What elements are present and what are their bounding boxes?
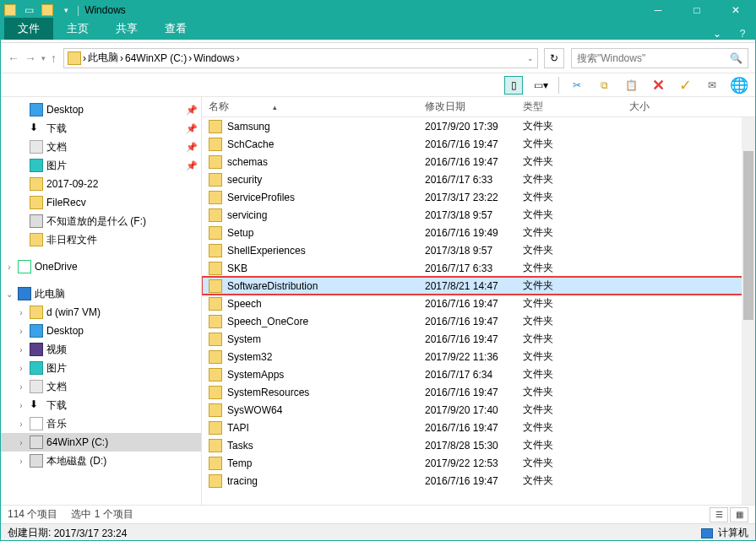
tree-cdrive[interactable]: ›64WinXP (C:) [1, 433, 201, 452]
tree-documents[interactable]: 文档📌 [1, 138, 201, 156]
table-row[interactable]: ServiceProfiles2017/3/17 23:22文件夹 [202, 188, 755, 206]
table-row[interactable]: Samsung2017/9/20 17:39文件夹 [202, 117, 755, 135]
layout-button-1[interactable]: ▯ [504, 76, 523, 95]
cut-button[interactable]: ✂ [568, 76, 586, 95]
table-row[interactable]: tracing2016/7/16 19:47文件夹 [202, 472, 755, 490]
close-button[interactable]: ✕ [716, 1, 755, 19]
table-row[interactable]: ShellExperiences2017/3/18 9:57文件夹 [202, 241, 755, 259]
table-row[interactable]: SchCache2016/7/16 19:47文件夹 [202, 135, 755, 153]
table-row[interactable]: System2016/7/16 19:47文件夹 [202, 330, 755, 348]
file-date: 2016/7/16 19:47 [425, 333, 523, 345]
col-name[interactable]: 名称▴ [209, 100, 425, 114]
scrollbar-thumb[interactable] [743, 151, 753, 320]
table-row[interactable]: Tasks2017/8/28 15:30文件夹 [202, 436, 755, 454]
tree-documents2[interactable]: ›文档 [1, 377, 201, 396]
list-header[interactable]: 名称▴ 修改日期 类型 大小 [202, 97, 755, 117]
table-row[interactable]: System322017/9/22 11:36文件夹 [202, 348, 755, 365]
nav-tree[interactable]: Desktop📌 ⬇下载📌 文档📌 图片📌 2017-09-22 FileRec… [1, 97, 202, 505]
tab-view[interactable]: 查看 [151, 18, 200, 40]
breadcrumb[interactable]: › 此电脑 › 64WinXP (C:) › Windows › ⌄ [63, 48, 538, 68]
table-row[interactable]: SysWOW642017/9/20 17:40文件夹 [202, 401, 755, 419]
ribbon-expand-icon[interactable]: ⌄ [704, 28, 730, 40]
file-date: 2017/3/17 23:22 [425, 192, 523, 203]
tree-desktop[interactable]: Desktop📌 [1, 100, 201, 119]
maximize-button[interactable]: □ [677, 1, 716, 19]
tree-onedrive[interactable]: ›OneDrive [1, 257, 201, 276]
computer-label[interactable]: 计算机 [718, 526, 748, 540]
file-date: 2017/8/21 14:47 [425, 280, 523, 292]
delete-button[interactable]: ✕ [649, 76, 667, 95]
scrollbar[interactable] [742, 117, 755, 505]
tree-video[interactable]: ›视频 [1, 340, 201, 359]
tree-downloads2[interactable]: ›⬇下载 [1, 396, 201, 414]
breadcrumb-pc[interactable]: 此电脑 [88, 51, 118, 65]
tree-pictures2[interactable]: ›图片 [1, 359, 201, 377]
file-type: 文件夹 [523, 137, 629, 151]
refresh-button[interactable]: ↻ [544, 48, 564, 68]
back-button[interactable]: ← [8, 51, 19, 65]
chevron-right-icon[interactable]: › [237, 52, 240, 64]
mail-button[interactable]: ✉ [703, 76, 721, 95]
breadcrumb-dropdown-icon[interactable]: ⌄ [527, 54, 534, 62]
up-button[interactable]: ↑ [51, 51, 57, 65]
recent-dropdown-icon[interactable]: ▾ [41, 54, 46, 62]
table-row[interactable]: security2016/7/17 6:33文件夹 [202, 170, 755, 188]
table-row[interactable]: SystemApps2016/7/17 6:34文件夹 [202, 365, 755, 383]
chevron-right-icon[interactable]: › [188, 52, 192, 64]
tree-desktop2[interactable]: ›Desktop [1, 322, 201, 340]
table-row[interactable]: SystemResources2016/7/16 19:47文件夹 [202, 383, 755, 401]
chevron-right-icon[interactable]: › [120, 52, 123, 64]
table-row[interactable]: Speech_OneCore2016/7/16 19:47文件夹 [202, 312, 755, 330]
copy-button[interactable]: ⧉ [595, 76, 613, 95]
tree-pictures[interactable]: 图片📌 [1, 156, 201, 175]
view-icons-button[interactable]: ▦ [730, 507, 748, 522]
tab-share[interactable]: 共享 [102, 18, 151, 40]
help-icon[interactable]: ? [730, 28, 755, 40]
music-icon [30, 417, 43, 430]
paste-button[interactable]: 📋 [622, 76, 640, 95]
globe-button[interactable]: 🌐 [730, 76, 748, 95]
check-button[interactable]: ✓ [676, 76, 694, 95]
tree-udrive[interactable]: 不知道放的是什么 (F:) [1, 212, 201, 230]
tree-nondaily[interactable]: 非日程文件 [1, 230, 201, 249]
tree-filerecv[interactable]: FileRecv [1, 193, 201, 212]
tree-thispc[interactable]: ⌄此电脑 [1, 284, 201, 303]
tree-music[interactable]: ›音乐 [1, 414, 201, 433]
layout-button-2[interactable]: ▭▾ [531, 76, 550, 95]
qat-dropdown-icon[interactable]: ▾ [57, 1, 75, 19]
tree-ddrive[interactable]: ›本地磁盘 (D:) [1, 452, 201, 470]
tree-downloads[interactable]: ⬇下载📌 [1, 119, 201, 138]
forward-button[interactable]: → [24, 51, 36, 65]
file-list[interactable]: 名称▴ 修改日期 类型 大小 Samsung2017/9/20 17:39文件夹… [202, 97, 755, 505]
col-type[interactable]: 类型 [523, 100, 629, 114]
view-details-button[interactable]: ☰ [710, 507, 728, 522]
tab-home[interactable]: 主页 [53, 18, 102, 40]
qat-folder-icon[interactable] [38, 1, 57, 19]
tree-dwin7[interactable]: ›d (win7 VM) [1, 303, 201, 322]
table-row[interactable]: servicing2017/3/18 9:57文件夹 [202, 206, 755, 224]
breadcrumb-folder[interactable]: Windows [193, 52, 235, 64]
tree-folder-2017[interactable]: 2017-09-22 [1, 175, 201, 193]
qat-properties-icon[interactable]: ▭ [19, 1, 38, 19]
table-row[interactable]: SKB2016/7/17 6:33文件夹 [202, 259, 755, 277]
chevron-right-icon[interactable]: › [83, 52, 86, 64]
folder-icon [30, 233, 43, 246]
table-row[interactable]: SoftwareDistribution2017/8/21 14:47文件夹 [202, 277, 755, 295]
search-input[interactable] [577, 52, 730, 64]
minimize-button[interactable]: ─ [639, 1, 677, 19]
table-row[interactable]: schemas2016/7/16 19:47文件夹 [202, 153, 755, 170]
table-row[interactable]: Speech2016/7/16 19:47文件夹 [202, 295, 755, 312]
file-type: 文件夹 [523, 225, 629, 240]
table-row[interactable]: Temp2017/9/22 12:53文件夹 [202, 454, 755, 472]
table-row[interactable]: Setup2016/7/16 19:49文件夹 [202, 224, 755, 241]
file-type: 文件夹 [523, 154, 629, 169]
search-box[interactable]: 🔍 [571, 48, 748, 68]
tab-file[interactable]: 文件 [4, 18, 53, 40]
col-date[interactable]: 修改日期 [425, 100, 523, 114]
download-icon: ⬇ [30, 122, 43, 135]
search-icon[interactable]: 🔍 [730, 52, 742, 64]
col-size[interactable]: 大小 [629, 100, 755, 114]
breadcrumb-drive[interactable]: 64WinXP (C:) [125, 52, 187, 64]
computer-icon [701, 528, 713, 538]
table-row[interactable]: TAPI2016/7/16 19:47文件夹 [202, 419, 755, 436]
